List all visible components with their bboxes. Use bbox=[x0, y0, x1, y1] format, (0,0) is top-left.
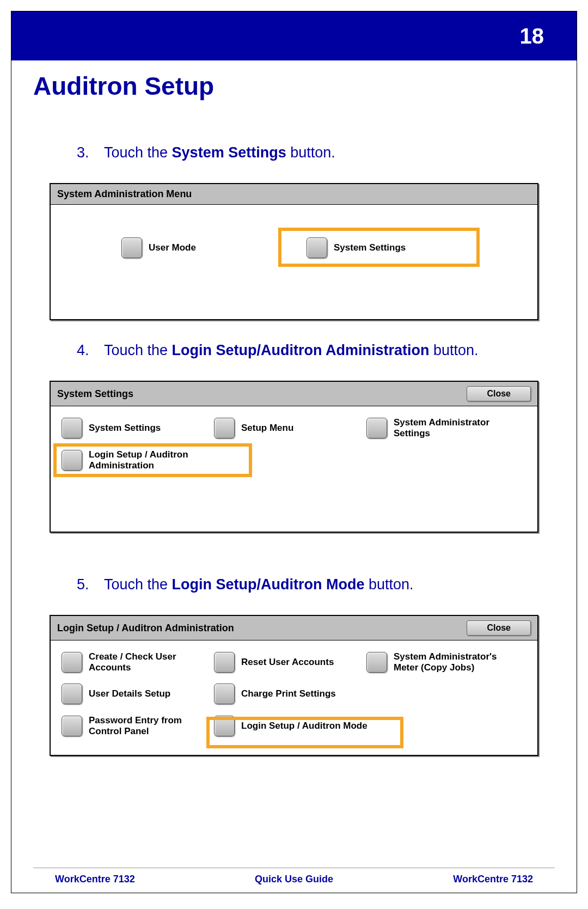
sys-admin-meter-button[interactable]: System Administrator's Meter (Copy Jobs) bbox=[366, 651, 508, 673]
main-title: Auditron Setup bbox=[11, 60, 577, 123]
step-3-text: Touch the System Settings button. bbox=[104, 144, 538, 161]
login-mode-label: Login Setup / Auditron Mode bbox=[241, 721, 367, 731]
panel2-header: System Settings Close bbox=[51, 382, 537, 406]
step-5-bold: Login Setup/Auditron Mode bbox=[172, 576, 365, 593]
sys-admin-settings-label: System Administrator Settings bbox=[394, 417, 508, 438]
footer: WorkCentre 7132 Quick Use Guide WorkCent… bbox=[33, 868, 555, 885]
button-icon bbox=[214, 418, 235, 438]
system-settings-button[interactable]: System Settings bbox=[307, 237, 464, 258]
button-icon bbox=[62, 684, 82, 704]
button-icon bbox=[307, 237, 327, 258]
page-number: 18 bbox=[520, 24, 544, 48]
panel3-body: Create / Check User Accounts Reset User … bbox=[51, 640, 537, 755]
step-4-suffix: button. bbox=[430, 342, 479, 358]
system-settings-label-2: System Settings bbox=[89, 423, 161, 434]
button-icon bbox=[62, 652, 82, 673]
button-icon bbox=[214, 716, 235, 736]
user-details-setup-button[interactable]: User Details Setup bbox=[62, 684, 198, 704]
panel1-header: System Administration Menu bbox=[51, 184, 537, 205]
login-setup-auditron-mode-button[interactable]: Login Setup / Auditron Mode bbox=[214, 715, 388, 736]
reset-user-label: Reset User Accounts bbox=[241, 657, 334, 668]
user-mode-button[interactable]: User Mode bbox=[121, 237, 263, 258]
step-3-bold: System Settings bbox=[172, 144, 286, 161]
panel3-row2: User Details Setup Charge Print Settings bbox=[62, 684, 526, 704]
panel1-title: System Administration Menu bbox=[57, 188, 192, 200]
step-4-bold: Login Setup/Auditron Administration bbox=[172, 342, 430, 358]
step-4-prefix: Touch the bbox=[104, 342, 172, 358]
step-5-num: 5. bbox=[77, 576, 104, 593]
panel1-row: User Mode System Settings bbox=[121, 237, 526, 258]
panel-system-settings: System Settings Close System Settings Se… bbox=[50, 381, 538, 533]
button-icon bbox=[214, 652, 235, 673]
button-icon bbox=[62, 450, 82, 471]
step-4-num: 4. bbox=[77, 342, 104, 359]
sys-admin-settings-button[interactable]: System Administrator Settings bbox=[366, 417, 508, 438]
page-border: 18 Auditron Setup 3. Touch the System Se… bbox=[11, 11, 577, 893]
panel-system-admin-menu: System Administration Menu User Mode Sys… bbox=[50, 183, 538, 320]
panel3-row3: Password Entry from Control Panel Login … bbox=[62, 715, 526, 736]
password-entry-button[interactable]: Password Entry from Control Panel bbox=[62, 715, 198, 736]
create-check-label: Create / Check User Accounts bbox=[89, 651, 198, 673]
panel3-header: Login Setup / Auditron Administration Cl… bbox=[51, 616, 537, 640]
login-setup-auditron-admin-label: Login Setup / Auditron Administration bbox=[89, 449, 230, 471]
panel3-close-button[interactable]: Close bbox=[467, 620, 531, 636]
panel2-title: System Settings bbox=[57, 388, 133, 400]
sys-admin-meter-label: System Administrator's Meter (Copy Jobs) bbox=[394, 651, 508, 673]
step-4-text: Touch the Login Setup/Auditron Administr… bbox=[104, 342, 538, 359]
footer-left: WorkCentre 7132 bbox=[55, 874, 135, 885]
setup-menu-label: Setup Menu bbox=[241, 423, 293, 434]
charge-print-label: Charge Print Settings bbox=[241, 688, 336, 699]
panel2-close-button[interactable]: Close bbox=[467, 386, 531, 401]
button-icon bbox=[62, 716, 82, 736]
panel-login-setup-auditron-admin: Login Setup / Auditron Administration Cl… bbox=[50, 615, 538, 756]
panel2-body: System Settings Setup Menu System Admini… bbox=[51, 406, 537, 532]
panel3-title: Login Setup / Auditron Administration bbox=[57, 623, 234, 634]
step-4: 4. Touch the Login Setup/Auditron Admini… bbox=[77, 342, 538, 359]
button-icon bbox=[121, 237, 142, 258]
password-entry-label: Password Entry from Control Panel bbox=[89, 715, 198, 736]
system-settings-button-2[interactable]: System Settings bbox=[62, 417, 198, 438]
header-bar: 18 bbox=[11, 11, 577, 60]
panel3-row1: Create / Check User Accounts Reset User … bbox=[62, 651, 526, 673]
charge-print-settings-button[interactable]: Charge Print Settings bbox=[214, 684, 350, 704]
step-5: 5. Touch the Login Setup/Auditron Mode b… bbox=[77, 576, 538, 593]
step-3-prefix: Touch the bbox=[104, 144, 172, 161]
step-5-suffix: button. bbox=[365, 576, 414, 593]
header-spacer bbox=[33, 11, 55, 60]
content-area: 3. Touch the System Settings button. Sys… bbox=[11, 144, 577, 756]
login-setup-auditron-admin-button[interactable]: Login Setup / Auditron Administration bbox=[62, 449, 230, 471]
reset-user-accounts-button[interactable]: Reset User Accounts bbox=[214, 651, 350, 673]
panel2-row2: Login Setup / Auditron Administration bbox=[62, 449, 526, 471]
step-5-prefix: Touch the bbox=[104, 576, 172, 593]
step-3: 3. Touch the System Settings button. bbox=[77, 144, 538, 161]
step-3-suffix: button. bbox=[286, 144, 335, 161]
step-5-text: Touch the Login Setup/Auditron Mode butt… bbox=[104, 576, 538, 593]
footer-right: WorkCentre 7132 bbox=[453, 874, 533, 885]
button-icon bbox=[366, 418, 387, 438]
panel1-body: User Mode System Settings bbox=[51, 205, 537, 319]
user-details-label: User Details Setup bbox=[89, 688, 170, 699]
system-settings-label: System Settings bbox=[334, 242, 406, 253]
user-mode-label: User Mode bbox=[149, 242, 196, 253]
button-icon bbox=[214, 684, 235, 704]
footer-center: Quick Use Guide bbox=[255, 874, 333, 885]
button-icon bbox=[366, 652, 387, 673]
setup-menu-button[interactable]: Setup Menu bbox=[214, 417, 350, 438]
step-3-num: 3. bbox=[77, 144, 104, 161]
button-icon bbox=[62, 418, 82, 438]
create-check-user-accounts-button[interactable]: Create / Check User Accounts bbox=[62, 651, 198, 673]
panel2-row1: System Settings Setup Menu System Admini… bbox=[62, 417, 526, 438]
